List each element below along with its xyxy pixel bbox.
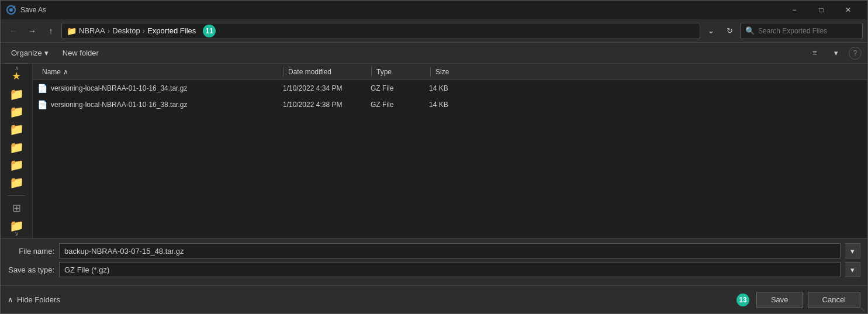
breadcrumb-exported-files[interactable]: Exported Files (147, 26, 196, 35)
sidebar-scroll-down: ∨ (1, 230, 32, 237)
chrome-icon (6, 5, 16, 15)
save-as-dialog: Save As − □ ✕ ← → ↑ 📁 NBRAA › Desktop › … (0, 0, 868, 314)
file-name-cell-2: 📄 versioning-local-NBRAA-01-10-16_38.tar… (37, 100, 283, 109)
save-label: Save (771, 295, 789, 304)
hide-folders-label: Hide Folders (17, 295, 60, 304)
col-name-label: Name (42, 68, 61, 76)
action-bar: ∧ Hide Folders 13 Save Cancel (1, 285, 867, 313)
file-name-cell-1: 📄 versioning-local-NBRAA-01-10-16_34.tar… (37, 84, 283, 93)
breadcrumb-folder-icon: 📁 (67, 26, 77, 36)
title-bar: Save As − □ ✕ (1, 1, 867, 19)
resize-handle[interactable]: ⤡ (860, 306, 866, 312)
title-bar-controls: − □ ✕ (781, 1, 862, 19)
column-headers: Name ∧ Date modified Type Size (33, 64, 867, 80)
maximize-button[interactable]: □ (808, 1, 835, 19)
table-row[interactable]: 📄 versioning-local-NBRAA-01-10-16_34.tar… (33, 80, 867, 96)
view-dropdown-button[interactable]: ▾ (828, 45, 844, 61)
action-buttons: 13 Save Cancel (736, 292, 860, 308)
column-header-size[interactable]: Size (431, 68, 863, 76)
col-size-label: Size (435, 68, 449, 76)
back-button[interactable]: ← (5, 23, 22, 39)
breadcrumb-desktop[interactable]: Desktop (112, 26, 140, 35)
forward-button[interactable]: → (24, 23, 40, 39)
refresh-button[interactable]: ↻ (721, 23, 738, 39)
file-size-cell-1: 14 KB (429, 84, 863, 92)
new-folder-label: New folder (63, 49, 99, 57)
up-button[interactable]: ↑ (43, 23, 59, 39)
file-name-1: versioning-local-NBRAA-01-10-16_34.tar.g… (51, 84, 187, 92)
filename-label: File name: (8, 247, 54, 256)
breadcrumb-nbraa[interactable]: NBRAA (79, 26, 105, 35)
folder-teal-icon: 📁 (9, 122, 24, 136)
new-folder-button[interactable]: New folder (58, 46, 103, 60)
action-badge-13: 13 (736, 294, 749, 306)
column-header-date[interactable]: Date modified (283, 68, 371, 76)
bottom-panel: File name: ▾ Save as type: ▾ (1, 238, 867, 285)
title-bar-text: Save As (20, 6, 776, 14)
file-date-cell-1: 1/10/2022 4:34 PM (283, 84, 371, 92)
chevron-up-icon: ∧ (8, 295, 13, 304)
folder-yellow2-icon: 📁 (9, 175, 24, 189)
column-header-name[interactable]: Name ∧ (37, 68, 283, 76)
help-icon: ? (853, 49, 857, 57)
sidebar-item-5[interactable]: 📁 (5, 157, 28, 172)
sidebar-scroll-up: ∧ (1, 65, 32, 71)
filename-row: File name: ▾ (8, 243, 860, 258)
svg-point-1 (9, 8, 13, 12)
col-type-label: Type (376, 68, 392, 76)
file-type-cell-1: GZ File (371, 84, 429, 92)
file-icon-2: 📄 (37, 100, 47, 109)
savetype-dropdown-button[interactable]: ▾ (845, 262, 860, 277)
table-row[interactable]: 📄 versioning-local-NBRAA-01-10-16_38.tar… (33, 96, 867, 113)
folder-yellow-icon: 📁 (9, 158, 24, 172)
view-toggle-button[interactable]: ≡ (807, 45, 823, 61)
savetype-input[interactable] (59, 262, 841, 277)
save-button[interactable]: Save (756, 292, 803, 308)
breadcrumb-badge-11: 11 (203, 25, 216, 37)
file-type-cell-2: GZ File (371, 101, 429, 109)
nav-bar: ← → ↑ 📁 NBRAA › Desktop › Exported Files… (1, 19, 867, 43)
folder-orange-icon: 📁 (9, 140, 24, 154)
file-date-cell-2: 1/10/2022 4:38 PM (283, 101, 371, 109)
sidebar-item-grid[interactable]: ⊞ (5, 200, 28, 215)
folder-blue-icon: 📁 (9, 87, 24, 101)
col-name-sort-icon: ∧ (63, 68, 68, 76)
file-size-cell-2: 14 KB (429, 101, 863, 109)
breadcrumb-sep-1: › (108, 26, 110, 35)
sidebar-item-4[interactable]: 📁 (5, 139, 28, 154)
help-button[interactable]: ? (849, 47, 862, 60)
star-icon: ★ (12, 70, 21, 82)
sidebar-divider (8, 195, 25, 196)
file-icon-1: 📄 (37, 84, 47, 93)
sidebar: ∧ ★ 📁 📁 📁 📁 📁 📁 ⊞ (1, 64, 33, 238)
search-box[interactable]: 🔍 (740, 23, 863, 39)
sidebar-item-6[interactable]: 📁 (5, 175, 28, 190)
filename-dropdown-button[interactable]: ▾ (845, 243, 860, 258)
minimize-button[interactable]: − (781, 1, 808, 19)
sidebar-item-2[interactable]: 📁 (5, 104, 28, 119)
hide-folders-toggle[interactable]: ∧ Hide Folders (8, 295, 60, 304)
search-input[interactable] (758, 27, 857, 35)
toolbar: Organize ▾ New folder ≡ ▾ ? (1, 43, 867, 64)
close-button[interactable]: ✕ (835, 1, 862, 19)
cancel-button[interactable]: Cancel (808, 292, 860, 308)
sidebar-item-3[interactable]: 📁 (5, 122, 28, 137)
file-name-2: versioning-local-NBRAA-01-10-16_38.tar.g… (51, 101, 187, 109)
folder-green-icon: 📁 (9, 105, 24, 119)
sidebar-item-1[interactable]: 📁 (5, 86, 28, 101)
column-header-type[interactable]: Type (372, 68, 430, 76)
organize-button[interactable]: Organize ▾ (6, 46, 53, 60)
breadcrumb-sep-2: › (143, 26, 145, 35)
organize-label: Organize (11, 49, 42, 57)
savetype-label: Save as type: (8, 265, 54, 274)
col-date-label: Date modified (288, 68, 331, 76)
cancel-label: Cancel (822, 295, 846, 304)
savetype-row: Save as type: ▾ (8, 262, 860, 277)
breadcrumb-dropdown-button[interactable]: ⌄ (703, 23, 719, 39)
view-icon: ≡ (812, 49, 817, 57)
file-list[interactable]: 📄 versioning-local-NBRAA-01-10-16_34.tar… (33, 80, 867, 238)
filename-input[interactable] (59, 243, 841, 258)
breadcrumb[interactable]: 📁 NBRAA › Desktop › Exported Files 11 (61, 23, 700, 39)
file-area: Name ∧ Date modified Type Size (33, 64, 867, 238)
grid-icon: ⊞ (12, 202, 21, 215)
